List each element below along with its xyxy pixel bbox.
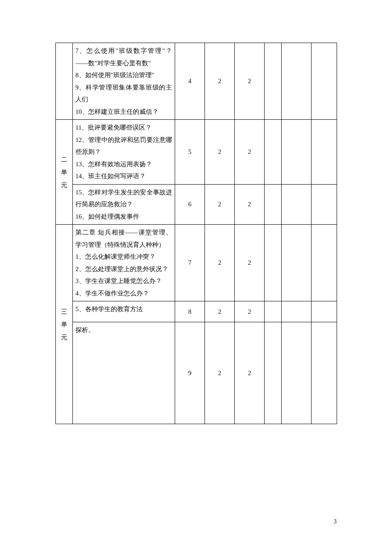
table-row: 5、各种学生的教育方法 8 2 2 [56, 301, 337, 322]
syllabus-table: 7、怎么使用"班级数字管理"？——数"对学生要心里有数" 8、如何使用"班级法治… [55, 43, 337, 424]
col-value: 6 [175, 184, 205, 225]
blank-cell [265, 322, 282, 424]
content-cell: 7、怎么使用"班级数字管理"？——数"对学生要心里有数" 8、如何使用"班级法治… [73, 43, 175, 120]
page-number: 3 [334, 518, 337, 525]
content-cell: 第二章 短兵相接——课堂管理、学习管理（特殊情况育人种种） 1、怎么化解课堂师生… [73, 225, 175, 301]
content-cell: 探析。 [73, 322, 175, 424]
col-value: 2 [235, 225, 265, 301]
content-cell: 15、怎样对学生发生的安全事故进行简易的应急救治？ 16、如何处理偶发事件 [73, 184, 175, 225]
blank-cell [282, 225, 311, 301]
col-value: 2 [205, 322, 235, 424]
col-value: 7 [175, 225, 205, 301]
col-value: 2 [205, 301, 235, 322]
blank-cell [282, 120, 311, 185]
col-value: 8 [175, 301, 205, 322]
document-page: 7、怎么使用"班级数字管理"？——数"对学生要心里有数" 8、如何使用"班级法治… [0, 0, 392, 555]
col-value: 2 [235, 43, 265, 120]
blank-cell [311, 43, 337, 120]
blank-cell [282, 301, 311, 322]
table-row: 探析。 9 2 2 [56, 322, 337, 424]
col-value: 9 [175, 322, 205, 424]
blank-cell [311, 184, 337, 225]
col-value: 4 [175, 43, 205, 120]
blank-cell [311, 225, 337, 301]
blank-cell [265, 184, 282, 225]
blank-cell [282, 322, 311, 424]
table-row: 15、怎样对学生发生的安全事故进行简易的应急救治？ 16、如何处理偶发事件 6 … [56, 184, 337, 225]
col-value: 2 [235, 322, 265, 424]
unit-cell-three: 三单元 [56, 225, 73, 424]
col-value: 2 [205, 120, 235, 185]
blank-cell [282, 43, 311, 120]
col-value: 5 [175, 120, 205, 185]
blank-cell [311, 322, 337, 424]
blank-cell [265, 225, 282, 301]
col-value: 2 [205, 225, 235, 301]
blank-cell [265, 43, 282, 120]
table-row: 二单元 11、批评要避免哪些误区？ 12、管理中的批评和惩罚要注意哪些原则？ 1… [56, 120, 337, 185]
table-row: 三单元 第二章 短兵相接——课堂管理、学习管理（特殊情况育人种种） 1、怎么化解… [56, 225, 337, 301]
blank-cell [265, 120, 282, 185]
col-value: 2 [235, 301, 265, 322]
content-cell: 11、批评要避免哪些误区？ 12、管理中的批评和惩罚要注意哪些原则？ 13、怎样… [73, 120, 175, 185]
col-value: 2 [235, 184, 265, 225]
blank-cell [265, 301, 282, 322]
blank-cell [282, 184, 311, 225]
col-value: 2 [205, 184, 235, 225]
blank-cell [311, 301, 337, 322]
content-cell: 5、各种学生的教育方法 [73, 301, 175, 322]
col-value: 2 [235, 120, 265, 185]
col-value: 2 [205, 43, 235, 120]
unit-cell-two: 二单元 [56, 120, 73, 225]
blank-cell [311, 120, 337, 185]
unit-cell-empty [56, 43, 73, 120]
table-row: 7、怎么使用"班级数字管理"？——数"对学生要心里有数" 8、如何使用"班级法治… [56, 43, 337, 120]
